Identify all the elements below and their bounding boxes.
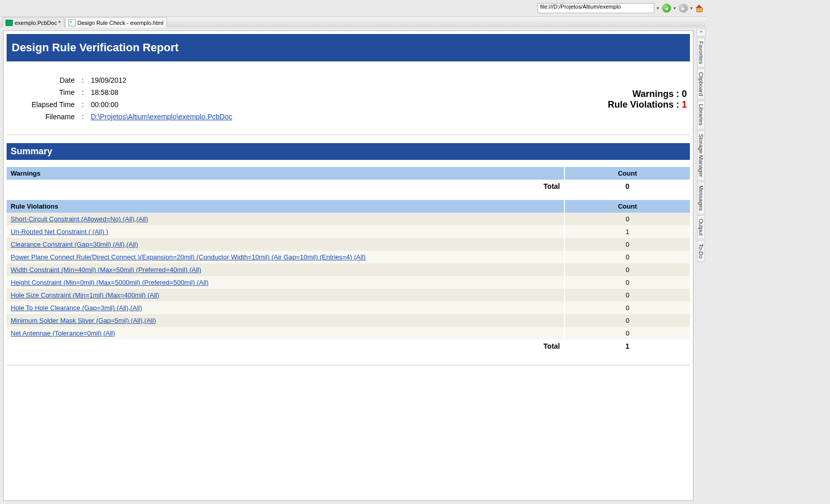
arrow-right-icon: ► bbox=[681, 6, 686, 11]
violation-count: 1 bbox=[565, 225, 690, 238]
document-tabs: exemplo.PcbDoc * Design Rule Check - exe… bbox=[0, 16, 706, 28]
violation-count: 0 bbox=[565, 251, 690, 263]
violations-count-value: 1 bbox=[682, 99, 687, 110]
nav-back-dropdown-icon[interactable]: ▼ bbox=[673, 6, 677, 11]
warnings-count-value: 0 bbox=[682, 89, 687, 99]
violations-header-count: Count bbox=[565, 200, 690, 213]
summary-section-title: Summary bbox=[7, 143, 690, 160]
table-row: Net Antennae (Tolerance=0mil) (All)0 bbox=[7, 327, 690, 340]
side-tab-storage-manager[interactable]: Storage Manager bbox=[697, 130, 705, 181]
violation-count: 0 bbox=[565, 314, 690, 327]
violation-rule-link[interactable]: Short-Circuit Constraint (Allowed=No) (A… bbox=[11, 215, 148, 223]
url-input[interactable]: file:///D:/Projetos/Altium/exemplo bbox=[538, 3, 654, 13]
url-dropdown-icon[interactable]: ▼ bbox=[656, 6, 660, 11]
side-tab-todo[interactable]: To-Do bbox=[697, 240, 705, 262]
warnings-count-label: Warnings : bbox=[633, 89, 679, 99]
violation-rule-link[interactable]: Minimum Solder Mask Sliver (Gap=5mil) (A… bbox=[11, 317, 156, 324]
divider bbox=[7, 135, 690, 135]
violation-count: 0 bbox=[565, 301, 690, 314]
pcb-file-icon bbox=[6, 20, 13, 26]
violation-rule-link[interactable]: Hole Size Constraint (Min=1mil) (Max=400… bbox=[11, 291, 159, 299]
violation-rule-link[interactable]: Un-Routed Net Constraint ( (All) ) bbox=[11, 228, 108, 236]
warnings-total-value: 0 bbox=[565, 180, 690, 193]
address-bar: file:///D:/Projetos/Altium/exemplo ▼ ◄ ▼… bbox=[0, 0, 706, 16]
table-row: Hole To Hole Clearance (Gap=3mil) (All),… bbox=[7, 301, 690, 314]
warnings-header-name: Warnings bbox=[7, 167, 565, 180]
violations-header-name: Rule Violations bbox=[7, 200, 565, 213]
report-meta-table: Date : 19/09/2012 Time : 18:58:08 Elapse… bbox=[10, 74, 236, 123]
tab-label: exemplo.PcbDoc * bbox=[15, 20, 61, 26]
meta-filename-label: Filename bbox=[11, 111, 78, 122]
table-row: Clearance Constraint (Gap=30mil) (All),(… bbox=[7, 238, 690, 251]
arrow-left-icon: ◄ bbox=[664, 6, 669, 11]
table-row: Hole Size Constraint (Min=1mil) (Max=400… bbox=[7, 289, 690, 301]
meta-date-value: 19/09/2012 bbox=[88, 75, 236, 86]
spacer bbox=[7, 369, 690, 501]
violation-count: 0 bbox=[565, 276, 690, 289]
tab-pcbdoc[interactable]: exemplo.PcbDoc * bbox=[2, 17, 64, 28]
violations-table: Rule Violations Count Short-Circuit Cons… bbox=[7, 200, 690, 353]
meta-date-label: Date bbox=[11, 75, 78, 86]
table-row: Width Constraint (Min=40mil) (Max=50mil)… bbox=[7, 263, 690, 276]
warnings-table: Warnings Count Total 0 bbox=[7, 167, 690, 193]
table-row: Height Constraint (Min=0mil) (Max=5000mi… bbox=[7, 276, 690, 289]
violations-count-label: Rule Violations : bbox=[608, 99, 679, 110]
violation-count: 0 bbox=[565, 238, 690, 251]
violation-count: 0 bbox=[565, 263, 690, 276]
violation-rule-link[interactable]: Net Antennae (Tolerance=0mil) (All) bbox=[11, 329, 115, 337]
report-counts: Warnings : 0 Rule Violations : 1 bbox=[608, 74, 687, 110]
violations-total-value: 1 bbox=[565, 340, 690, 353]
meta-time-label: Time bbox=[11, 87, 78, 98]
divider bbox=[7, 365, 690, 365]
nav-forward-dropdown-icon[interactable]: ▼ bbox=[689, 6, 693, 11]
report-viewport[interactable]: Design Rule Verification Report Date : 1… bbox=[3, 30, 693, 501]
side-tab-libraries[interactable]: Libraries bbox=[697, 100, 705, 129]
meta-time-value: 18:58:08 bbox=[88, 87, 236, 98]
panel-collapse-toggle[interactable]: » bbox=[696, 28, 706, 37]
side-tab-favorites[interactable]: Favorites bbox=[697, 38, 705, 68]
side-tab-messages[interactable]: Messages bbox=[697, 182, 705, 214]
violation-rule-link[interactable]: Power Plane Connect Rule(Direct Connect … bbox=[11, 253, 366, 261]
table-row: Short-Circuit Constraint (Allowed=No) (A… bbox=[7, 213, 690, 225]
warnings-header-count: Count bbox=[565, 167, 690, 180]
table-row: Minimum Solder Mask Sliver (Gap=5mil) (A… bbox=[7, 314, 690, 327]
content-area: Design Rule Verification Report Date : 1… bbox=[0, 27, 696, 504]
report-title: Design Rule Verification Report bbox=[7, 34, 690, 61]
side-tab-clipboard[interactable]: Clipboard bbox=[697, 69, 705, 99]
violations-total-label: Total bbox=[7, 340, 565, 353]
violation-rule-link[interactable]: Width Constraint (Min=40mil) (Max=50mil)… bbox=[11, 266, 201, 274]
violation-rule-link[interactable]: Hole To Hole Clearance (Gap=3mil) (All),… bbox=[11, 304, 142, 312]
warnings-total-label: Total bbox=[7, 180, 565, 193]
tab-label: Design Rule Check - exemplo.html bbox=[78, 20, 163, 26]
nav-forward-button[interactable]: ► bbox=[679, 4, 688, 13]
table-row: Power Plane Connect Rule(Direct Connect … bbox=[7, 251, 690, 263]
violation-rule-link[interactable]: Clearance Constraint (Gap=30mil) (All),(… bbox=[11, 241, 138, 248]
violation-count: 0 bbox=[565, 289, 690, 301]
html-file-icon bbox=[69, 19, 76, 26]
nav-home-button[interactable] bbox=[694, 4, 704, 13]
violation-rule-link[interactable]: Height Constraint (Min=0mil) (Max=5000mi… bbox=[11, 279, 209, 286]
side-tab-output[interactable]: Output bbox=[697, 215, 705, 239]
violation-count: 0 bbox=[565, 327, 690, 340]
violation-count: 0 bbox=[565, 213, 690, 225]
table-row: Un-Routed Net Constraint ( (All) )1 bbox=[7, 225, 690, 238]
meta-elapsed-label: Elapsed Time bbox=[11, 99, 78, 110]
side-panels: » Favorites Clipboard Libraries Storage … bbox=[696, 27, 706, 504]
nav-back-button[interactable]: ◄ bbox=[662, 4, 671, 13]
home-icon bbox=[695, 5, 703, 12]
meta-filename-link[interactable]: D:\Projetos\Altium\exemplo\exemplo.PcbDo… bbox=[91, 113, 233, 121]
meta-elapsed-value: 00:00:00 bbox=[88, 99, 236, 110]
tab-drc-report[interactable]: Design Rule Check - exemplo.html bbox=[65, 17, 167, 28]
